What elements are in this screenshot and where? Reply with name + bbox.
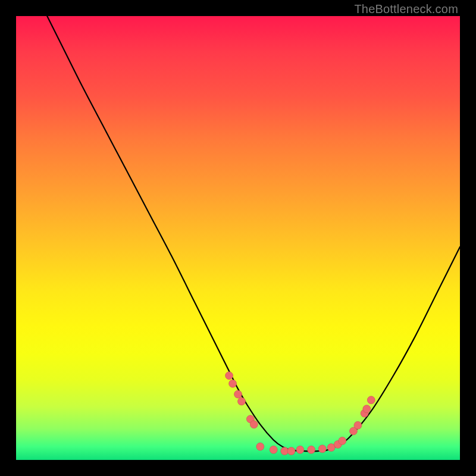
chart-container: TheBottleneck.com xyxy=(0,0,476,476)
attribution-label: TheBottleneck.com xyxy=(354,2,458,16)
plot-gradient-area xyxy=(16,16,460,460)
